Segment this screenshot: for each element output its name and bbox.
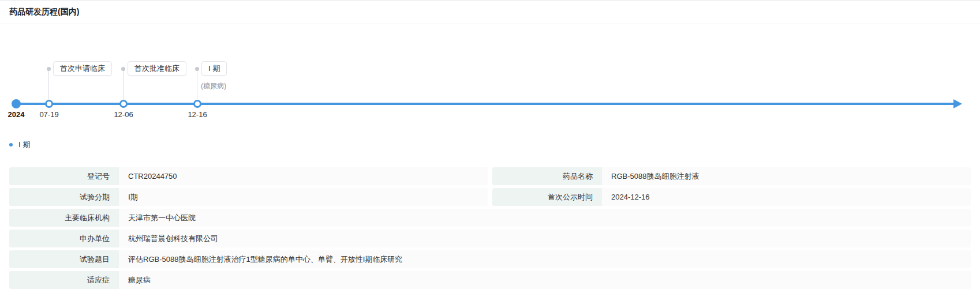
table-row: 试验题目 评估RGB-5088胰岛细胞注射液治疗1型糖尿病的单中心、单臂、开放性… xyxy=(9,250,971,268)
field-sponsor: 申办单位 杭州瑞普晨创科技有限公司 xyxy=(9,230,971,247)
timeline: 首次申请临床 首次批准临床 Ⅰ 期 (糖尿病) 2024 07-19 12-06… xyxy=(0,24,980,123)
timeline-start-year: 2024 xyxy=(0,110,35,119)
timeline-start-dot xyxy=(12,99,21,108)
field-label: 登记号 xyxy=(9,167,119,185)
table-row: 适应症 糖尿病 xyxy=(9,271,971,289)
milestone-date: 07-19 xyxy=(31,110,68,119)
milestone-stem xyxy=(48,69,49,101)
table-row: 主要临床机构 天津市第一中心医院 xyxy=(9,209,971,227)
milestone-label-first-approval[interactable]: 首次批准临床 xyxy=(128,61,186,76)
field-trial-title: 试验题目 评估RGB-5088胰岛细胞注射液治疗1型糖尿病的单中心、单臂、开放性… xyxy=(9,250,971,268)
milestone-dot xyxy=(193,100,201,108)
milestone-stem xyxy=(123,69,124,101)
field-value: 糖尿病 xyxy=(119,271,971,289)
phase-section-label: Ⅰ 期 xyxy=(18,140,30,150)
field-value: 评估RGB-5088胰岛细胞注射液治疗1型糖尿病的单中心、单臂、开放性I期临床研… xyxy=(119,250,971,268)
field-value: 天津市第一中心医院 xyxy=(119,209,971,227)
field-registration-number: 登记号 CTR20244750 xyxy=(9,167,488,185)
milestone-date: 12-16 xyxy=(179,110,216,119)
field-label: 适应症 xyxy=(9,271,119,289)
field-value: 2024-12-16 xyxy=(602,188,971,206)
table-row: 登记号 CTR20244750 药品名称 RGB-5088胰岛细胞注射液 xyxy=(9,167,971,185)
milestone-dot xyxy=(119,100,128,108)
field-drug-name: 药品名称 RGB-5088胰岛细胞注射液 xyxy=(492,167,971,185)
panel-title: 药品研发历程(国内) xyxy=(9,7,79,17)
field-trial-phase: 试验分期 Ⅰ期 xyxy=(9,188,488,206)
milestone-label-phase1[interactable]: Ⅰ 期 xyxy=(201,61,227,76)
milestone-sublabel-indication: (糖尿病) xyxy=(201,81,226,91)
table-row: 申办单位 杭州瑞普晨创科技有限公司 xyxy=(9,230,971,247)
panel-header: 药品研发历程(国内) xyxy=(0,1,980,24)
milestone-stem-dot xyxy=(47,67,51,71)
timeline-axis xyxy=(16,103,955,105)
milestone-label-first-application[interactable]: 首次申请临床 xyxy=(53,61,112,76)
trial-detail-table: 登记号 CTR20244750 药品名称 RGB-5088胰岛细胞注射液 试验分… xyxy=(0,167,980,289)
field-value: CTR20244750 xyxy=(119,167,488,185)
field-label: 申办单位 xyxy=(9,230,119,247)
field-label: 试验题目 xyxy=(9,250,119,268)
drug-dev-history-panel: 药品研发历程(国内) 首次申请临床 首次批准临床 Ⅰ 期 (糖尿病) 2024 … xyxy=(0,0,980,308)
field-value: Ⅰ期 xyxy=(119,188,488,206)
milestone-stem-dot xyxy=(195,67,199,71)
milestone-stem-dot xyxy=(121,67,125,71)
milestone-stem xyxy=(197,69,197,101)
field-value: 杭州瑞普晨创科技有限公司 xyxy=(119,230,971,247)
field-first-publicity-date: 首次公示时间 2024-12-16 xyxy=(492,188,971,206)
milestone-date: 12-06 xyxy=(105,110,142,119)
field-indication: 适应症 糖尿病 xyxy=(9,271,971,289)
bullet-dot-icon xyxy=(9,143,13,147)
table-row: 试验分期 Ⅰ期 首次公示时间 2024-12-16 xyxy=(9,188,971,206)
phase-section-header: Ⅰ 期 xyxy=(0,140,980,150)
field-label: 主要临床机构 xyxy=(9,209,119,227)
field-label: 药品名称 xyxy=(492,167,602,185)
field-label: 试验分期 xyxy=(9,188,119,206)
milestone-dot xyxy=(45,100,53,108)
timeline-arrow-icon xyxy=(953,99,962,108)
field-label: 首次公示时间 xyxy=(492,188,602,206)
field-value: RGB-5088胰岛细胞注射液 xyxy=(602,167,971,185)
field-main-clinical-institution: 主要临床机构 天津市第一中心医院 xyxy=(9,209,971,227)
